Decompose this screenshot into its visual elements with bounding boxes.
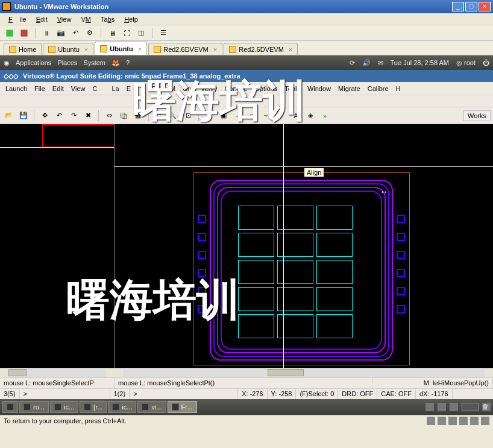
status-prompt1[interactable]: > xyxy=(20,389,110,399)
task-button[interactable]: ic... xyxy=(50,401,78,413)
menu-edit[interactable]: Edit xyxy=(33,14,51,24)
menu-edit[interactable]: Edit xyxy=(49,84,67,93)
menu-launch[interactable]: Launch xyxy=(2,84,30,93)
zoom-out-icon[interactable]: 🔍- xyxy=(167,109,180,122)
close-icon[interactable]: × xyxy=(84,46,88,53)
update-icon[interactable]: ⟳ xyxy=(350,59,355,67)
redo-icon[interactable]: ↷ xyxy=(67,109,80,122)
zoom-in-icon[interactable]: 🔍+ xyxy=(152,109,166,122)
delete-icon[interactable]: ✖ xyxy=(81,109,95,122)
user-menu[interactable]: ◎ root xyxy=(456,59,476,67)
mail-icon[interactable]: ✉ xyxy=(378,59,383,67)
fit-icon[interactable]: ⊡ xyxy=(181,109,195,122)
device-printer-icon[interactable] xyxy=(481,417,489,425)
fullscreen-button[interactable]: ⛶ xyxy=(121,27,133,39)
menu-system[interactable]: System xyxy=(83,59,105,66)
label-icon[interactable]: A xyxy=(289,109,303,122)
close-button[interactable]: × xyxy=(479,2,491,11)
rect-icon[interactable]: ▭ xyxy=(246,109,259,122)
align-icon[interactable]: ▦ xyxy=(131,109,145,122)
device-cd-icon[interactable] xyxy=(438,417,446,425)
menu-create[interactable]: Cre xyxy=(180,84,196,93)
menu-calibre[interactable]: Calibre xyxy=(365,84,392,93)
maximize-button[interactable]: □ xyxy=(465,2,477,11)
summary-button[interactable]: ☰ xyxy=(157,27,169,39)
close-icon[interactable]: × xyxy=(289,46,292,53)
help-icon[interactable]: ? xyxy=(126,59,130,66)
win-controls[interactable]: ◇◇◇ xyxy=(4,72,18,80)
status-prompt2[interactable]: > xyxy=(130,389,238,399)
menu-verify[interactable]: Verify xyxy=(198,84,221,93)
undo-icon[interactable]: ↶ xyxy=(52,109,66,122)
menu-vm[interactable]: VM xyxy=(77,14,95,24)
firefox-icon[interactable]: 🦊 xyxy=(111,59,120,67)
tab-red-1[interactable]: Red2.6DVEVM× xyxy=(148,43,222,55)
tray-icon[interactable] xyxy=(450,403,458,411)
tray-icon[interactable] xyxy=(438,403,446,411)
menu-c[interactable]: C xyxy=(89,84,100,93)
manage-button[interactable]: ⚙ xyxy=(84,27,96,39)
scrollbar-left[interactable] xyxy=(0,368,115,377)
device-hdd-icon[interactable] xyxy=(427,417,435,425)
tab-home[interactable]: Home xyxy=(4,43,42,55)
clock[interactable]: Tue Jul 28, 2:58 AM xyxy=(391,59,449,66)
device-usb-icon[interactable] xyxy=(459,417,468,425)
menu-edit2[interactable]: Edit xyxy=(148,84,166,93)
snapshot-button[interactable]: 📷 xyxy=(55,27,67,39)
close-icon[interactable]: × xyxy=(138,45,142,52)
menu-tools[interactable]: Tools xyxy=(281,84,303,93)
via-icon[interactable]: ◈ xyxy=(304,109,317,122)
menu-places[interactable]: Places xyxy=(57,59,77,66)
menu-options[interactable]: Options xyxy=(251,84,280,93)
power-on-button[interactable] xyxy=(4,27,16,39)
menu-file[interactable]: File xyxy=(31,84,48,93)
ubuntu-icon[interactable]: ◉ xyxy=(4,59,10,67)
layout-pane-left[interactable] xyxy=(0,124,115,368)
tab-ubuntu-2[interactable]: Ubuntu× xyxy=(95,42,147,55)
menu-m[interactable]: M xyxy=(167,84,178,93)
menu-connectivity[interactable]: Connec xyxy=(221,84,250,93)
scrollbar-right[interactable] xyxy=(115,368,493,377)
menu-help[interactable]: Help xyxy=(121,14,142,24)
task-button-active[interactable]: Fr... xyxy=(168,401,197,413)
workspace-selector[interactable]: Works xyxy=(463,110,491,121)
trash-icon[interactable]: 🗑 xyxy=(482,403,491,411)
layout-pane-right[interactable]: ↔ Align xyxy=(115,124,493,368)
device-sound-icon[interactable] xyxy=(470,417,479,425)
pin-icon[interactable]: 📍 xyxy=(275,109,288,122)
menu-window[interactable]: Window xyxy=(304,84,334,93)
menu-tabs[interactable]: Tabs xyxy=(97,14,118,24)
instance-icon[interactable]: ▣ xyxy=(217,109,230,122)
path-icon[interactable]: 〰 xyxy=(260,109,274,122)
shutdown-icon[interactable]: ⏻ xyxy=(483,59,489,66)
open-icon[interactable]: 📂 xyxy=(2,109,16,122)
move-icon[interactable]: ✥ xyxy=(38,109,51,122)
menu-view[interactable]: View xyxy=(68,84,89,93)
tray-icon[interactable] xyxy=(425,403,434,411)
task-button[interactable]: ro... xyxy=(19,401,49,413)
wire-icon[interactable]: ─ xyxy=(231,109,245,122)
device-net-icon[interactable] xyxy=(448,417,457,425)
ruler-icon[interactable]: 📏 xyxy=(203,109,216,122)
power-off-button[interactable] xyxy=(18,27,30,39)
task-button[interactable]: ic... xyxy=(108,401,136,413)
show-desktop-button[interactable] xyxy=(2,401,18,413)
copy-icon[interactable]: ⿻ xyxy=(117,109,130,122)
menu-h[interactable]: H xyxy=(393,84,404,93)
close-icon[interactable]: × xyxy=(213,46,217,53)
menu-la[interactable]: La xyxy=(108,84,122,93)
workspace-switcher[interactable] xyxy=(462,403,479,411)
menu-view[interactable]: View xyxy=(54,14,75,24)
task-button[interactable]: vi... xyxy=(137,401,166,413)
show-console-button[interactable]: 🖥 xyxy=(106,27,118,39)
volume-icon[interactable]: 🔊 xyxy=(362,59,371,67)
more-icon[interactable]: » xyxy=(318,109,331,122)
menu-applications[interactable]: Applications xyxy=(16,59,51,66)
revert-button[interactable]: ↶ xyxy=(69,27,81,39)
menu-migrate[interactable]: Migrate xyxy=(335,84,363,93)
stretch-icon[interactable]: ⇔ xyxy=(102,109,116,122)
menu-e2[interactable]: E xyxy=(124,84,134,93)
save-icon[interactable]: 💾 xyxy=(17,109,30,122)
tab-ubuntu-1[interactable]: Ubuntu× xyxy=(43,43,93,55)
unity-button[interactable]: ◫ xyxy=(135,27,147,39)
